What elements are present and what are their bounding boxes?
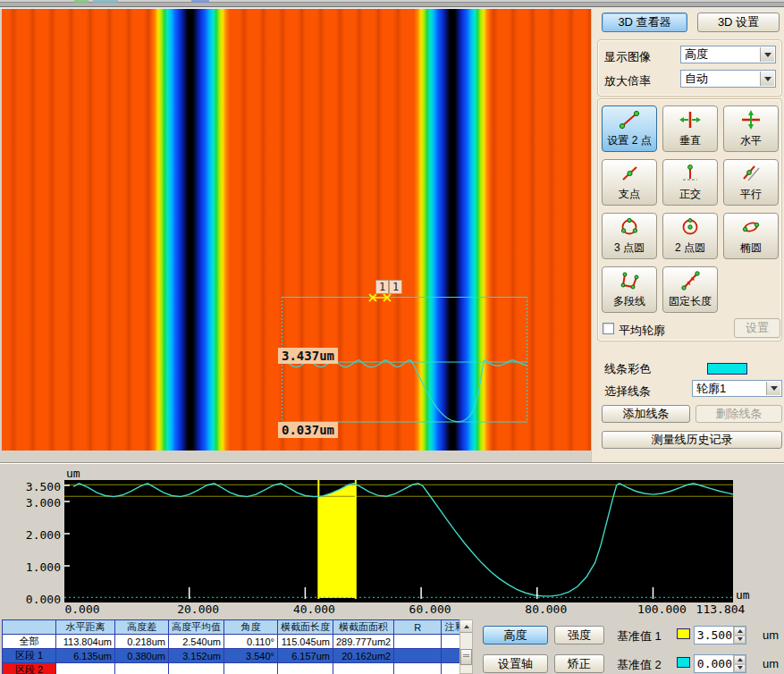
spin-up-icon[interactable] (734, 627, 746, 636)
average-profile-checkbox[interactable] (603, 323, 614, 334)
circle-3-point-icon (617, 214, 642, 240)
tool-label: 支点 (619, 187, 640, 202)
tool-label: 椭圆 (740, 240, 762, 256)
tool-label: 正交 (679, 187, 701, 202)
table-cell (394, 663, 442, 674)
tool-button-ellipse[interactable]: 椭圆 (723, 213, 779, 259)
reference2-value[interactable]: 0.000 (695, 655, 733, 672)
intensity-mode-button[interactable]: 强度 (554, 626, 604, 645)
table-header: 横截面长度 (278, 620, 333, 635)
reference1-color-swatch[interactable] (677, 628, 690, 639)
tool-button-orthogonal-line[interactable]: 正交 (662, 159, 718, 206)
tool-button-vertical-line[interactable]: 垂直 (662, 105, 718, 152)
x-tick-label: 0.000 (54, 602, 111, 616)
select-line-combo[interactable]: 轮廓1 (692, 380, 782, 397)
overlay-upper-value: 3.437um (278, 348, 338, 364)
row-label[interactable]: 区段 2 (3, 663, 56, 674)
tool-button-two-points-line[interactable]: 设置 2 点 (602, 105, 657, 152)
table-cell (394, 649, 442, 663)
measure-history-button[interactable]: 测量线历史记录 (602, 431, 782, 449)
tool-button-pivot-line[interactable]: 支点 (602, 159, 657, 206)
toolbar-icon-fragment (74, 0, 89, 3)
overlay-lower-value: 0.037um (278, 422, 338, 438)
reference1-value[interactable]: 3.500 (695, 627, 733, 644)
line-color-swatch[interactable] (707, 363, 747, 375)
row-label[interactable]: 全部 (3, 635, 56, 649)
line-color-label: 线条彩色 (604, 361, 651, 377)
add-line-button[interactable]: 添加线条 (602, 405, 690, 423)
orthogonal-line-icon (678, 160, 703, 187)
tab-3d-settings[interactable]: 3D 设置 (697, 13, 780, 32)
reference1-unit: um (763, 628, 779, 642)
reference2-spinner[interactable]: 0.000 (694, 654, 746, 673)
correction-button[interactable]: 矫正 (554, 654, 604, 673)
delete-line-button[interactable]: 删除线条 (695, 405, 782, 423)
magnification-select[interactable]: 自动 (680, 70, 776, 88)
table-cell: 20.162um2 (333, 649, 394, 663)
tool-button-parallel-line[interactable]: 平行 (723, 159, 779, 206)
tool-label: 固定长度 (669, 294, 712, 309)
tool-label: 设置 2 点 (607, 133, 651, 148)
polyline-icon (617, 267, 642, 294)
set-axis-button[interactable]: 设置轴 (483, 654, 548, 673)
spin-up-icon[interactable] (734, 655, 746, 664)
two-points-line-icon (617, 106, 642, 133)
tab-3d-viewer[interactable]: 3D 查看器 (602, 13, 687, 32)
table-header: 角度 (224, 620, 278, 635)
chevron-down-icon[interactable] (766, 382, 780, 395)
table-scrollbar[interactable] (459, 619, 473, 674)
table-cell (394, 635, 442, 649)
table-cell: 6.135um (56, 649, 115, 663)
pivot-line-icon (617, 160, 642, 187)
tool-button-polyline[interactable]: 多段线 (602, 266, 657, 313)
spin-down-icon[interactable] (734, 664, 746, 673)
tool-button-fixed-length[interactable]: 固定长度 (662, 266, 718, 313)
tool-label: 垂直 (679, 133, 701, 148)
measurement-table[interactable]: 水平距离高度差高度平均值角度横截面长度横截面面积R注释全部113.804um0.… (2, 619, 468, 674)
tool-button-horizontal-line[interactable]: 水平 (723, 105, 779, 152)
x-tick-label: 80.000 (518, 602, 575, 616)
spin-down-icon[interactable] (734, 636, 746, 645)
table-cell: 0.218um (115, 635, 169, 649)
control-panel: 3D 查看器 3D 设置 显示图像 高度 放大倍率 自动 设置 2 点垂直水平支… (591, 9, 784, 462)
table-cell (169, 663, 224, 674)
select-line-label: 选择线条 (604, 383, 651, 400)
marker-label-1: 1 (375, 280, 389, 294)
x-tick-label: 60.000 (401, 602, 459, 616)
top-toolbar-fragment (0, 0, 784, 9)
reference1-spinner[interactable]: 3.500 (694, 626, 746, 645)
row-label[interactable]: 区段 1 (3, 649, 56, 663)
reference2-color-swatch[interactable] (677, 657, 690, 668)
scrollbar-thumb[interactable] (460, 649, 472, 665)
table-cell: 0.380um (115, 649, 169, 663)
app-window: 1 1 3.437um 0.037um 3D 查看器 3D 设置 显示图像 高度… (0, 0, 784, 674)
y-tick-label: 3.000 (20, 496, 61, 510)
profile-plot[interactable] (64, 480, 733, 602)
toolbar-icon-fragment (93, 0, 118, 3)
tool-button-circle-3-point[interactable]: 3 点圆 (602, 213, 657, 259)
ellipse-icon (738, 214, 763, 240)
table-header: 水平距离 (56, 620, 115, 635)
chevron-down-icon[interactable] (760, 47, 774, 62)
table-row[interactable]: 区段 2 (3, 663, 468, 674)
height-mode-button[interactable]: 高度 (483, 626, 548, 645)
display-image-select[interactable]: 高度 (680, 46, 776, 63)
y-tick-label: 2.000 (20, 528, 61, 542)
y-tick-label: 3.500 (20, 480, 61, 493)
table-row[interactable]: 全部113.804um0.218um2.540um0.110°115.045um… (3, 635, 468, 649)
chevron-down-icon[interactable] (760, 72, 774, 86)
y-tick-label: 1.000 (20, 560, 61, 574)
table-cell: 115.045um (278, 635, 333, 649)
tool-label: 平行 (740, 187, 762, 202)
table-row[interactable]: 区段 16.135um0.380um3.152um3.540°6.157um20… (3, 649, 468, 663)
tool-button-circle-2-point[interactable]: 2 点圆 (662, 213, 718, 259)
results-section: 水平距离高度差高度平均值角度横截面长度横截面面积R注释全部113.804um0.… (0, 617, 784, 674)
x-tick-label: 113.804 (692, 602, 749, 616)
scroll-up-icon[interactable] (460, 620, 472, 633)
select-line-value: 轮廓1 (696, 381, 726, 397)
settings-button[interactable]: 设置 (734, 318, 780, 338)
profile-chart-section: um 3.5003.0002.0001.0000.000 0.00020.000… (0, 462, 784, 617)
table-header: 高度差 (115, 620, 169, 635)
fringe-image-view[interactable]: 1 1 3.437um 0.037um (2, 9, 591, 451)
reference1-label: 基准值 1 (617, 628, 662, 645)
